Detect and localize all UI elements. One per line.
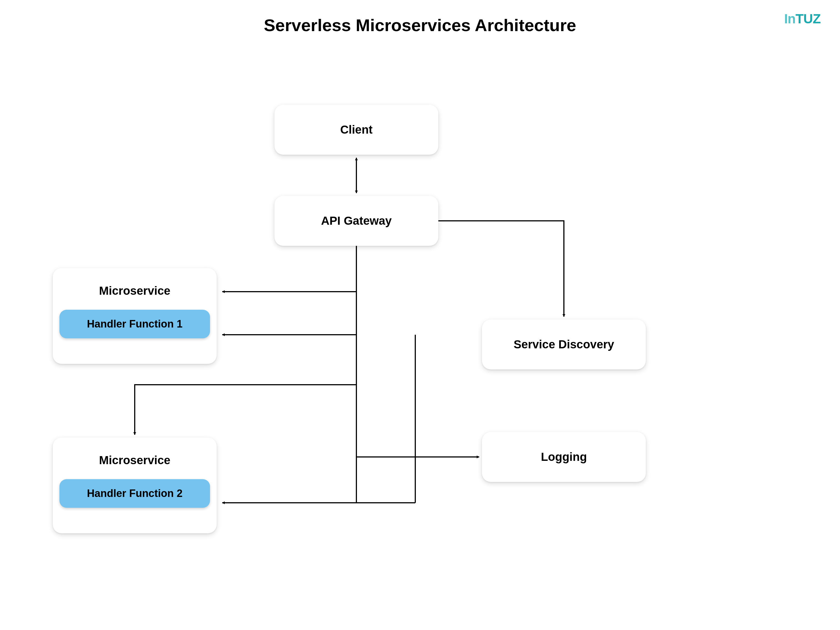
node-api-gateway-label: API Gateway [321,214,392,227]
node-service-discovery-label: Service Discovery [514,338,614,351]
node-service-discovery: Service Discovery [482,319,646,369]
node-microservice-1: Microservice Handler Function 1 [53,268,217,364]
node-microservice-2-title: Microservice [60,444,210,479]
node-client-label: Client [340,123,373,136]
logo: InTUZ [784,11,821,26]
node-logging: Logging [482,432,646,482]
logo-part2: TUZ [796,11,821,26]
node-client: Client [275,105,438,155]
node-handler-function-2: Handler Function 2 [60,479,210,508]
node-api-gateway: API Gateway [275,196,438,246]
diagram-title: Serverless Microservices Architecture [264,15,576,35]
node-handler-function-1: Handler Function 1 [60,310,210,338]
logo-part1: In [784,11,796,26]
node-microservice-2: Microservice Handler Function 2 [53,437,217,533]
node-logging-label: Logging [541,450,587,464]
node-microservice-1-title: Microservice [60,275,210,310]
